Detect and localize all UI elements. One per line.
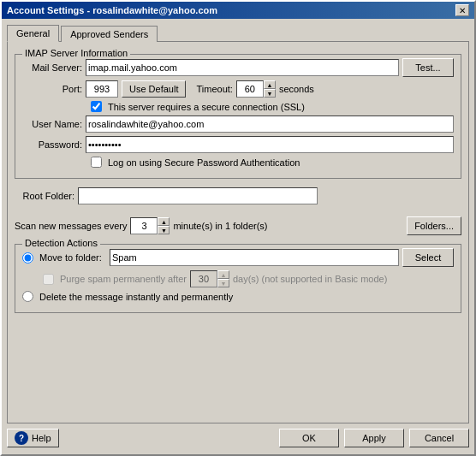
move-radio[interactable] (22, 252, 33, 264)
detection-label: Detection Actions (22, 238, 100, 248)
purge-checkbox[interactable] (43, 274, 54, 285)
folders-button[interactable]: Folders... (407, 216, 461, 235)
tab-general[interactable]: General (7, 25, 59, 42)
window-title: Account Settings - rosalindawhite@yahoo.… (7, 5, 217, 15)
delete-row: Delete the message instantly and permane… (22, 291, 454, 302)
root-folder-input[interactable] (78, 187, 318, 204)
username-label: User Name: (22, 119, 82, 129)
tab-content: IMAP Server Information Mail Server: Tes… (7, 41, 469, 423)
ssl-label: This server requires a secure connection… (108, 102, 305, 112)
password-label: Password: (22, 139, 82, 150)
title-bar: Account Settings - rosalindawhite@yahoo.… (2, 2, 474, 19)
move-radio-label: Move to folder: (39, 252, 106, 263)
root-folder-label: Root Folder: (15, 191, 74, 201)
password-input[interactable] (86, 136, 454, 153)
purge-days-input[interactable] (190, 270, 217, 287)
spa-label: Log on using Secure Password Authenticat… (108, 157, 300, 168)
purge-spinner: ▲ ▼ (190, 270, 229, 287)
scan-spinner-btns: ▲ ▼ (158, 217, 170, 234)
folder-input[interactable] (110, 249, 399, 266)
mail-server-input[interactable] (86, 59, 399, 76)
delete-radio[interactable] (22, 291, 33, 302)
spa-row: Log on using Secure Password Authenticat… (91, 157, 454, 168)
scan-input[interactable] (130, 217, 158, 234)
purge-spinner-btns: ▲ ▼ (217, 270, 229, 287)
ok-button[interactable]: OK (279, 429, 339, 447)
move-to-folder-row: Move to folder: Select (22, 248, 454, 267)
help-button[interactable]: ? Help (7, 429, 59, 447)
apply-button[interactable]: Apply (344, 429, 404, 447)
port-label: Port: (22, 84, 82, 94)
mail-server-label: Mail Server: (22, 62, 82, 73)
purge-suffix: day(s) (not supported in Basic mode) (233, 274, 387, 284)
timeout-spinner: ▲ ▼ (236, 80, 276, 98)
imap-group: IMAP Server Information Mail Server: Tes… (15, 54, 461, 179)
scan-up-btn[interactable]: ▲ (158, 217, 170, 226)
purge-down-btn[interactable]: ▼ (217, 279, 229, 287)
timeout-label: Timeout: (196, 84, 232, 94)
delete-label: Delete the message instantly and permane… (39, 292, 233, 302)
root-folder-row: Root Folder: (15, 187, 461, 204)
timeout-down-btn[interactable]: ▼ (264, 89, 276, 98)
port-input[interactable] (86, 80, 118, 98)
test-button[interactable]: Test... (402, 58, 454, 77)
purge-up-btn[interactable]: ▲ (217, 270, 229, 279)
scan-down-btn[interactable]: ▼ (158, 226, 170, 234)
scan-spinner: ▲ ▼ (130, 217, 170, 234)
tab-approved-senders[interactable]: Approved Senders (61, 26, 158, 42)
window-body: General Approved Senders IMAP Server Inf… (2, 19, 474, 454)
select-button[interactable]: Select (402, 248, 454, 267)
account-settings-window: Account Settings - rosalindawhite@yahoo.… (0, 0, 476, 456)
purge-row: Purge spam permanently after ▲ ▼ day(s) … (43, 270, 454, 287)
ssl-checkbox[interactable] (91, 101, 102, 112)
timeout-up-btn[interactable]: ▲ (264, 80, 276, 89)
imap-group-label: IMAP Server Information (22, 48, 130, 58)
timeout-input[interactable] (236, 80, 264, 98)
timeout-unit: seconds (279, 84, 314, 94)
username-row: User Name: (22, 115, 454, 133)
password-row: Password: (22, 136, 454, 153)
scan-suffix: minute(s) in 1 folder(s) (173, 221, 267, 231)
cancel-button[interactable]: Cancel (409, 429, 469, 447)
help-area: ? Help (7, 429, 59, 447)
port-row: Port: Use Default Timeout: ▲ ▼ seconds (22, 80, 454, 98)
detection-group: Detection Actions Move to folder: Select… (15, 244, 461, 313)
close-button[interactable]: ✕ (455, 4, 469, 16)
mail-server-row: Mail Server: Test... (22, 58, 454, 77)
ssl-row: This server requires a secure connection… (91, 101, 454, 112)
use-default-button[interactable]: Use Default (122, 80, 186, 98)
help-icon: ? (15, 431, 28, 445)
tab-bar: General Approved Senders (7, 24, 469, 41)
bottom-right-buttons: OK Apply Cancel (279, 429, 469, 447)
scan-prefix: Scan new messages every (15, 221, 127, 231)
username-input[interactable] (86, 115, 454, 133)
scan-row: Scan new messages every ▲ ▼ minute(s) in… (15, 216, 461, 235)
timeout-spinner-btns: ▲ ▼ (264, 80, 276, 98)
spa-checkbox[interactable] (91, 157, 102, 168)
purge-label: Purge spam permanently after (60, 274, 187, 284)
bottom-bar: ? Help OK Apply Cancel (7, 423, 469, 449)
